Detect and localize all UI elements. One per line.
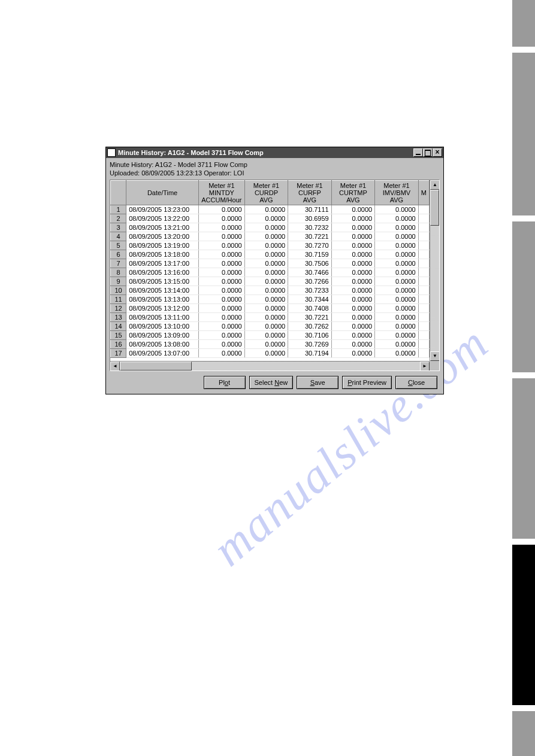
table-row[interactable]: 108/09/2005 13:23:000.00000.000030.71110… [111,205,430,214]
scroll-right-icon[interactable]: ► [420,362,430,371]
cell-value[interactable]: 0.0000 [244,205,288,214]
cell-value[interactable]: 0.0000 [244,250,288,259]
cell-value[interactable]: 0.0000 [198,250,244,259]
cell-value[interactable]: 0.0000 [331,340,374,349]
cell-value[interactable]: 0.0000 [375,313,418,322]
scroll-thumb-v[interactable] [430,190,439,226]
row-number[interactable]: 4 [111,232,126,241]
column-header[interactable]: Meter #1CURTMPAVG [331,181,374,205]
cell-value[interactable]: 0.0000 [198,277,244,286]
cell-value[interactable]: 0.0000 [375,214,418,223]
minimize-button[interactable] [413,148,423,157]
row-number[interactable]: 9 [111,277,126,286]
scroll-thumb-h[interactable] [120,362,192,371]
cell-value[interactable]: 0.0000 [198,223,244,232]
cell-value[interactable]: 0.0000 [244,331,288,340]
cell-value[interactable]: 30.7106 [288,331,331,340]
row-number[interactable]: 3 [111,223,126,232]
cell-value[interactable]: 0.0000 [198,286,244,295]
row-number[interactable]: 7 [111,259,126,268]
cell-value[interactable]: 30.7232 [288,223,331,232]
cell-value[interactable]: 0.0000 [198,295,244,304]
cell-value[interactable]: 0.0000 [375,340,418,349]
data-grid[interactable]: Date/TimeMeter #1MINTDYACCUM/HourMeter #… [110,180,440,371]
cell-value[interactable]: 0.0000 [375,286,418,295]
table-row[interactable]: 1608/09/2005 13:08:000.00000.000030.7269… [111,340,430,349]
row-number[interactable]: 6 [111,250,126,259]
cell-value[interactable]: 30.7344 [288,295,331,304]
cell-value[interactable]: 0.0000 [331,223,374,232]
cell-value[interactable]: 0.0000 [198,268,244,277]
cell-value[interactable]: 0.0000 [198,349,244,358]
cell-value[interactable]: 30.7111 [288,205,331,214]
table-row[interactable]: 1508/09/2005 13:09:000.00000.000030.7106… [111,331,430,340]
cell-datetime[interactable]: 08/09/2005 13:08:00 [126,340,199,349]
cell-value[interactable]: 30.7506 [288,259,331,268]
row-number[interactable]: 12 [111,304,126,313]
cell-value[interactable]: 0.0000 [198,340,244,349]
cell-value[interactable]: 30.7221 [288,232,331,241]
row-number[interactable]: 14 [111,322,126,331]
cell-value[interactable]: 0.0000 [244,322,288,331]
cell-value[interactable]: 30.7466 [288,268,331,277]
column-header[interactable]: Meter #1CURDPAVG [244,181,288,205]
print-preview-button[interactable]: Print Preview [342,376,392,389]
cell-value[interactable]: 0.0000 [331,232,374,241]
column-header[interactable]: Meter #1MINTDYACCUM/Hour [198,181,244,205]
cell-value[interactable]: 0.0000 [244,259,288,268]
cell-value[interactable]: 0.0000 [331,259,374,268]
cell-value[interactable]: 0.0000 [331,295,374,304]
cell-value[interactable]: 0.0000 [198,313,244,322]
cell-value[interactable]: 0.0000 [244,232,288,241]
cell-value[interactable]: 0.0000 [375,250,418,259]
cell-value[interactable]: 0.0000 [198,241,244,250]
cell-value[interactable]: 0.0000 [198,214,244,223]
save-button[interactable]: Save [297,376,338,389]
cell-value[interactable]: 0.0000 [375,241,418,250]
cell-value[interactable]: 30.7233 [288,286,331,295]
table-row[interactable]: 308/09/2005 13:21:000.00000.000030.72320… [111,223,430,232]
row-number[interactable]: 11 [111,295,126,304]
cell-datetime[interactable]: 08/09/2005 13:13:00 [126,295,199,304]
cell-value[interactable]: 0.0000 [331,286,374,295]
cell-value[interactable]: 0.0000 [331,349,374,358]
cell-value[interactable]: 0.0000 [375,259,418,268]
close-button[interactable]: Close [395,376,437,389]
row-number[interactable]: 8 [111,268,126,277]
table-row[interactable]: 1208/09/2005 13:12:000.00000.000030.7408… [111,304,430,313]
cell-datetime[interactable]: 08/09/2005 13:22:00 [126,214,199,223]
cell-value[interactable]: 0.0000 [198,259,244,268]
row-number[interactable]: 10 [111,286,126,295]
table-row[interactable]: 1408/09/2005 13:10:000.00000.000030.7262… [111,322,430,331]
titlebar[interactable]: Minute History: A1G2 - Model 3711 Flow C… [106,147,443,158]
table-row[interactable]: 1308/09/2005 13:11:000.00000.000030.7221… [111,313,430,322]
cell-datetime[interactable]: 08/09/2005 13:09:00 [126,331,199,340]
scroll-left-icon[interactable]: ◄ [110,362,120,371]
cell-value[interactable]: 30.7194 [288,349,331,358]
cell-value[interactable]: 0.0000 [331,313,374,322]
table-row[interactable]: 1008/09/2005 13:14:000.00000.000030.7233… [111,286,430,295]
cell-value[interactable]: 0.0000 [244,313,288,322]
column-header[interactable]: Date/Time [126,181,199,205]
cell-value[interactable]: 0.0000 [375,268,418,277]
cell-datetime[interactable]: 08/09/2005 13:16:00 [126,268,199,277]
cell-value[interactable]: 0.0000 [244,277,288,286]
cell-value[interactable]: 30.7408 [288,304,331,313]
table-row[interactable]: 908/09/2005 13:15:000.00000.000030.72660… [111,277,430,286]
cell-value[interactable]: 0.0000 [375,322,418,331]
cell-value[interactable]: 0.0000 [198,304,244,313]
cell-value[interactable]: 0.0000 [331,322,374,331]
cell-value[interactable]: 0.0000 [244,268,288,277]
cell-value[interactable]: 0.0000 [331,205,374,214]
cell-value[interactable]: 0.0000 [198,232,244,241]
table-row[interactable]: 608/09/2005 13:18:000.00000.000030.71590… [111,250,430,259]
horizontal-scrollbar[interactable]: ◄ ► [110,361,430,371]
cell-value[interactable]: 0.0000 [331,331,374,340]
cell-datetime[interactable]: 08/09/2005 13:14:00 [126,286,199,295]
table-row[interactable]: 408/09/2005 13:20:000.00000.000030.72210… [111,232,430,241]
column-header[interactable]: Meter #1IMV/BMVAVG [375,181,418,205]
cell-value[interactable]: 0.0000 [375,223,418,232]
row-number[interactable]: 17 [111,349,126,358]
cell-value[interactable]: 30.7159 [288,250,331,259]
cell-datetime[interactable]: 08/09/2005 13:20:00 [126,232,199,241]
